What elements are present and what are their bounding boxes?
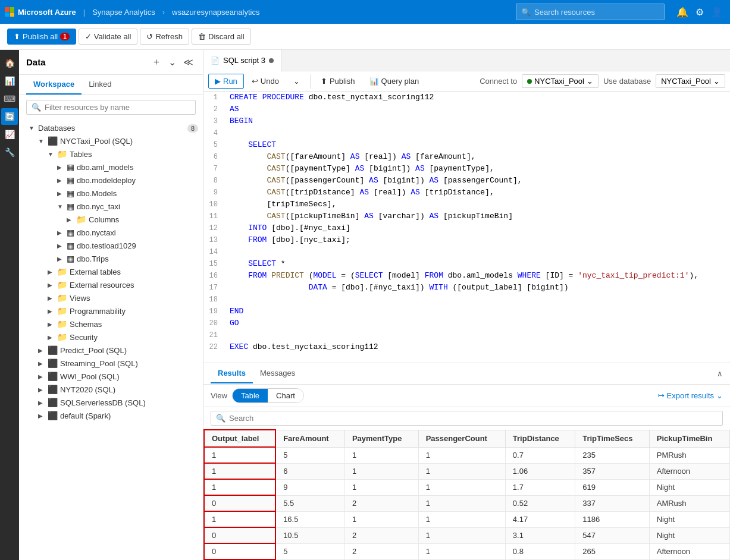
table-nyc-taxi[interactable]: ▼ ▦ dbo.nyc_taxi xyxy=(19,200,203,213)
code-line-18: 18 xyxy=(203,294,730,306)
table-cell-triptimesecs: 1186 xyxy=(575,511,650,527)
tables-folder[interactable]: ▼ 📁 Tables xyxy=(19,147,203,161)
user-icon[interactable]: 👤 xyxy=(709,4,725,20)
settings-icon[interactable]: ⚙ xyxy=(693,4,706,20)
resource-search-input[interactable] xyxy=(45,103,190,112)
filter-icon[interactable]: ⌄ xyxy=(166,55,178,70)
line-content[interactable]: DATA = [dbo].[#nyc_taxi]) WITH ([output_… xyxy=(225,282,730,294)
line-content[interactable]: BEGIN xyxy=(225,115,730,127)
schemas-folder[interactable]: ▶ 📁 Schemas xyxy=(19,317,203,331)
security-folder[interactable]: ▶ 📁 Security xyxy=(19,331,203,344)
table-cell-fareamount: 6 xyxy=(275,463,344,479)
collapse-results-button[interactable]: ∧ xyxy=(717,369,723,378)
line-content[interactable]: [tripTimeSecs], xyxy=(225,199,730,210)
table-modeldeploy[interactable]: ▶ ▦ dbo.modeldeploy xyxy=(19,174,203,187)
database-selector[interactable]: NYCTaxi_Pool ⌄ xyxy=(656,74,725,88)
develop-icon[interactable]: ⌨ xyxy=(1,90,18,107)
line-content[interactable] xyxy=(225,294,730,306)
programmability-folder[interactable]: ▶ 📁 Programmability xyxy=(19,304,203,317)
columns-folder[interactable]: ▶ 📁 Columns xyxy=(19,213,203,226)
add-resource-button[interactable]: ＋ xyxy=(149,55,164,70)
more-button[interactable]: ⌄ xyxy=(287,74,306,89)
db-default-spark[interactable]: ▶ ⬛ default (Spark) xyxy=(19,409,203,422)
line-content[interactable]: FROM PREDICT (MODEL = (SELECT [model] FR… xyxy=(225,270,730,282)
line-content[interactable]: SELECT xyxy=(225,139,730,151)
resource-search-box[interactable]: 🔍 xyxy=(26,100,196,115)
line-content[interactable]: INTO [dbo].[#nyc_taxi] xyxy=(225,222,730,234)
views-folder[interactable]: ▶ 📁 Views xyxy=(19,291,203,304)
results-toolbar: View Table Chart ↦ Export results ⌄ xyxy=(203,385,730,407)
line-content[interactable]: GO xyxy=(225,317,730,329)
results-search-input[interactable] xyxy=(229,414,718,423)
table-models[interactable]: ▶ ▦ dbo.Models xyxy=(19,187,203,200)
external-resources-folder[interactable]: ▶ 📁 External resources xyxy=(19,278,203,291)
tab-workspace[interactable]: Workspace xyxy=(26,75,82,95)
db-sqlserverlessdb[interactable]: ▶ ⬛ SQLServerlessDB (SQL) xyxy=(19,396,203,409)
validate-all-button[interactable]: ✓ Validate all xyxy=(79,29,138,45)
line-content[interactable]: CAST([tripDistance] AS [real]) AS [tripD… xyxy=(225,187,730,199)
folder-icon: 📁 xyxy=(57,319,67,329)
publish-button[interactable]: ⬆ Publish xyxy=(314,74,362,89)
manage-icon[interactable]: 🔧 xyxy=(1,144,18,161)
table-aml-models[interactable]: ▶ ▦ dbo.aml_models xyxy=(19,161,203,174)
query-plan-button[interactable]: 📊 Query plan xyxy=(363,74,426,89)
line-content[interactable] xyxy=(225,329,730,341)
line-content[interactable] xyxy=(225,127,730,139)
data-icon[interactable]: 📊 xyxy=(1,73,18,89)
table-cell-tripdistance: 0.7 xyxy=(505,447,575,463)
check-icon: ✓ xyxy=(85,32,92,41)
monitor-icon[interactable]: 📈 xyxy=(1,126,18,143)
db-wwi-pool[interactable]: ▶ ⬛ WWI_Pool (SQL) xyxy=(19,370,203,383)
line-content[interactable]: CREATE PROCEDURE dbo.test_nyctaxi_scorin… xyxy=(225,92,730,103)
global-search[interactable]: 🔍 Search resources xyxy=(516,4,665,20)
databases-toggle[interactable]: ▼ xyxy=(29,125,38,131)
home-icon[interactable]: 🏠 xyxy=(1,55,18,71)
table-trips[interactable]: ▶ ▦ dbo.Trips xyxy=(19,252,203,265)
line-content[interactable]: CAST([fareAmount] AS [real]) AS [fareAmo… xyxy=(225,151,730,163)
databases-row[interactable]: ▼ Databases 8 xyxy=(19,122,203,134)
export-results-button[interactable]: ↦ Export results ⌄ xyxy=(658,391,723,400)
table-cell-pickuptimebin: Night xyxy=(649,479,729,495)
line-content[interactable] xyxy=(225,246,730,258)
db-nyctaxi-pool[interactable]: ▼ ⬛ NYCTaxi_Pool (SQL) xyxy=(19,134,203,147)
table-nyctaxi[interactable]: ▶ ▦ dbo.nyctaxi xyxy=(19,226,203,239)
pool-selector[interactable]: NYCTaxi_Pool ⌄ xyxy=(522,74,599,88)
tab-linked[interactable]: Linked xyxy=(82,75,118,95)
breadcrumb-synapse[interactable]: Synapse Analytics xyxy=(92,8,155,17)
line-content[interactable]: AS xyxy=(225,103,730,115)
run-button[interactable]: ▶ Run xyxy=(208,74,244,89)
line-content[interactable]: FROM [dbo].[nyc_taxi]; xyxy=(225,234,730,246)
publish-all-button[interactable]: ⬆ Publish all 1 xyxy=(7,29,76,45)
line-content[interactable]: END xyxy=(225,306,730,317)
line-content[interactable]: CAST([passengerCount] AS [bigint]) AS [p… xyxy=(225,175,730,187)
chart-toggle[interactable]: Chart xyxy=(268,389,303,402)
upload-icon: ⬆ xyxy=(14,32,20,41)
line-content[interactable]: SELECT * xyxy=(225,258,730,270)
sql-script-tab[interactable]: 📄 SQL script 3 xyxy=(203,50,281,71)
refresh-button[interactable]: ↺ Refresh xyxy=(140,29,189,45)
external-tables-folder[interactable]: ▶ 📁 External tables xyxy=(19,265,203,278)
line-content[interactable]: CAST([pickupTimeBin] AS [varchar]) AS [p… xyxy=(225,210,730,222)
notifications-icon[interactable]: 🔔 xyxy=(674,4,691,20)
line-content[interactable]: EXEC dbo.test_nyctaxi_scoring112 xyxy=(225,341,730,353)
code-line-6: 6 CAST([fareAmount] AS [real]) AS [fareA… xyxy=(203,151,730,163)
db-nyt2020[interactable]: ▶ ⬛ NYT2020 (SQL) xyxy=(19,383,203,396)
breadcrumb-workspace[interactable]: wsazuresynapseanalytics xyxy=(172,8,259,17)
table-row: 19111.7619Night xyxy=(204,479,730,495)
collapse-panel-button[interactable]: ≪ xyxy=(181,55,196,70)
integrate-icon[interactable]: 🔄 xyxy=(1,108,18,125)
undo-button[interactable]: ↩ Undo xyxy=(245,74,286,89)
line-content[interactable]: CAST([paymentType] AS [bigint]) AS [paym… xyxy=(225,163,730,175)
table-testload1029[interactable]: ▶ ▦ dbo.testload1029 xyxy=(19,239,203,252)
results-search-box[interactable]: 🔍 xyxy=(211,411,723,426)
table-toggle[interactable]: Table xyxy=(233,389,268,402)
messages-tab[interactable]: Messages xyxy=(253,364,302,383)
db-predict-pool[interactable]: ▶ ⬛ Predict_Pool (SQL) xyxy=(19,344,203,357)
code-editor[interactable]: 1CREATE PROCEDURE dbo.test_nyctaxi_scori… xyxy=(203,92,730,363)
microsoft-logo-icon xyxy=(5,7,14,17)
db-streaming-pool[interactable]: ▶ ⬛ Streaming_Pool (SQL) xyxy=(19,357,203,370)
discard-all-button[interactable]: 🗑 Discard all xyxy=(192,29,251,45)
results-tab[interactable]: Results xyxy=(211,364,253,383)
view-toggle-group: Table Chart xyxy=(232,388,304,403)
table-cell-tripdistance: 3.1 xyxy=(505,527,575,543)
